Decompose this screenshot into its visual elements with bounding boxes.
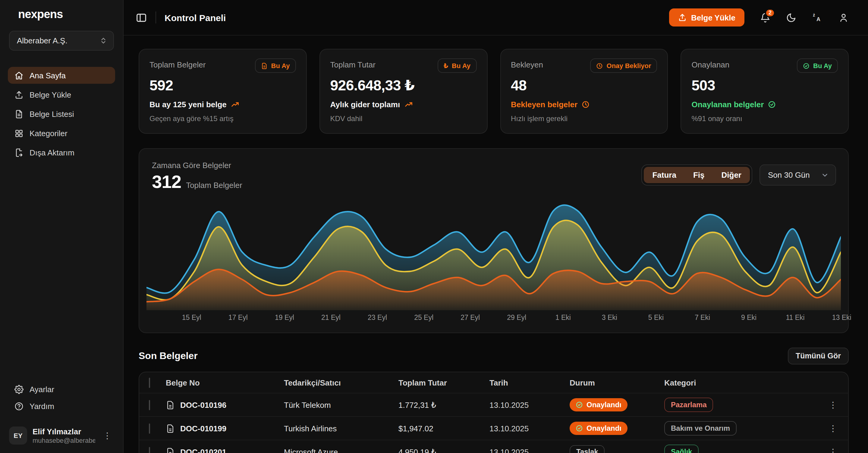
grid-icon — [14, 129, 24, 138]
stat-value: 926.648,33 ₺ — [330, 77, 477, 94]
column-header-status: Durum — [569, 378, 664, 387]
filter-tab-fatura[interactable]: Fatura — [644, 167, 684, 183]
row-checkbox[interactable] — [149, 423, 150, 433]
vendor-name: Türk Telekom — [284, 400, 398, 409]
user-account-icon[interactable] — [838, 12, 849, 23]
table-row[interactable]: DOC-010196 Türk Telekom 1.772,31 ₺ 13.10… — [139, 393, 848, 416]
file-text-icon — [14, 109, 24, 118]
sidebar-item-kategoriler[interactable]: Kategoriler — [8, 125, 115, 141]
chevron-down-icon — [821, 171, 829, 179]
row-menu-kebab-icon[interactable]: ⋮ — [827, 398, 840, 411]
doc-number: DOC-010201 — [180, 447, 226, 453]
sidebar-toggle-icon[interactable] — [135, 12, 147, 23]
date: 13.10.2025 — [490, 400, 569, 409]
x-axis-label: 25 Eyl — [414, 314, 433, 321]
clock-icon — [582, 101, 590, 108]
status-badge-approved: Onaylandı — [569, 422, 627, 435]
check-circle-icon — [803, 62, 809, 69]
file-icon — [166, 400, 175, 409]
section-title: Son Belgeler — [138, 351, 198, 361]
chart-total-label: Toplam Belgeler — [186, 181, 242, 190]
date-range-value: Son 30 Gün — [768, 170, 810, 180]
stat-line2: Hızlı işlem gerekli — [511, 115, 567, 123]
sidebar-item-label: Yardım — [30, 401, 54, 411]
chevron-up-down-icon — [99, 37, 107, 44]
language-icon[interactable]: żA — [812, 12, 823, 23]
row-menu-kebab-icon[interactable]: ⋮ — [827, 422, 840, 434]
status-badge-approved: Onaylandı — [569, 398, 627, 412]
table-row[interactable]: DOC-010199 Turkish Airlines $1,947.02 13… — [139, 416, 848, 440]
filter-tab-fis[interactable]: Fiş — [685, 167, 713, 183]
upload-button-label: Belge Yükle — [691, 13, 735, 22]
trend-up-icon — [231, 100, 239, 109]
stat-value: 503 — [692, 77, 838, 94]
x-axis-label: 27 Eyl — [461, 314, 480, 321]
stat-badge: Bu Ay — [255, 58, 296, 73]
svg-text:ż: ż — [813, 12, 815, 18]
file-icon — [261, 62, 268, 69]
stat-card-toplam-belgeler: Toplam Belgeler Bu Ay 592 Bu ay 125 yeni… — [138, 49, 307, 134]
category-badge: Bakım ve Onarım — [664, 421, 737, 435]
stat-line1: Onaylanan belgeler — [692, 100, 776, 109]
stat-value: 592 — [150, 77, 296, 94]
sidebar-item-label: Ayarlar — [30, 385, 54, 394]
x-axis-label: 21 Eyl — [321, 314, 341, 321]
date-range-select[interactable]: Son 30 Gün — [760, 164, 836, 186]
category-badge: Sağlık — [664, 445, 699, 453]
topbar-divider — [156, 11, 156, 24]
brand-logo: nexpens — [0, 0, 123, 21]
stat-badge: ₺ Bu Ay — [438, 58, 476, 73]
stat-line1: Aylık gider toplamı — [330, 100, 413, 109]
filter-tab-diger[interactable]: Diğer — [713, 167, 750, 183]
chart-controls: Fatura Fiş Diğer Son 30 Gün — [641, 164, 836, 186]
page-title: Kontrol Paneli — [164, 12, 226, 23]
stat-label: Toplam Tutar — [330, 58, 375, 69]
vendor-name: Microsoft Azure — [284, 447, 398, 453]
stat-value: 48 — [511, 77, 657, 94]
notifications-bell-icon[interactable]: 2 — [760, 12, 770, 23]
upload-icon — [14, 90, 24, 99]
stat-label: Onaylanan — [692, 58, 730, 69]
date: 13.10.2025 — [490, 424, 569, 433]
sidebar-item-yardim[interactable]: Yardım — [8, 397, 115, 415]
sidebar-item-label: Belge Listesi — [30, 109, 74, 118]
sidebar: nexpens Alberaber A.Ş. Ana Sayfa Belge Y… — [0, 0, 124, 453]
stat-label: Bekleyen — [511, 58, 543, 69]
document-type-filter: Fatura Fiş Diğer — [641, 164, 752, 186]
chart-title: Zamana Göre Belgeler — [152, 161, 231, 170]
topbar: Kontrol Paneli Belge Yükle 2 żA — [124, 0, 868, 36]
documents-area-chart — [147, 202, 841, 310]
table-header-row: Belge No Tedarikçi/Satıcı Toplam Tutar T… — [139, 372, 848, 393]
file-icon — [166, 424, 175, 433]
doc-number: DOC-010196 — [180, 400, 226, 409]
help-circle-icon — [14, 401, 24, 411]
vendor-name: Turkish Airlines — [284, 424, 398, 433]
table-row[interactable]: DOC-010201 Microsoft Azure 4.950,19 ₺ 13… — [139, 440, 848, 453]
row-checkbox[interactable] — [149, 400, 150, 410]
user-profile[interactable]: EY Elif Yılmazlar muhasebe@alberaber.c..… — [8, 424, 115, 447]
x-axis-label: 1 Eki — [555, 314, 571, 321]
sidebar-item-belge-yukle[interactable]: Belge Yükle — [8, 86, 115, 103]
sidebar-item-label: Kategoriler — [30, 129, 67, 138]
date: 13.10.2025 — [490, 447, 569, 453]
sidebar-item-disa-aktarim[interactable]: Dışa Aktarım — [8, 144, 115, 161]
x-axis-label: 5 Eki — [648, 314, 664, 321]
row-checkbox[interactable] — [149, 447, 150, 453]
sidebar-item-label: Dışa Aktarım — [30, 148, 74, 157]
x-axis-label: 17 Eyl — [228, 314, 248, 321]
company-selector[interactable]: Alberaber A.Ş. — [9, 31, 114, 51]
upload-document-button[interactable]: Belge Yükle — [669, 8, 744, 27]
row-menu-kebab-icon[interactable]: ⋮ — [827, 446, 840, 453]
view-all-button[interactable]: Tümünü Gör — [788, 348, 849, 364]
dark-mode-moon-icon[interactable] — [786, 12, 796, 23]
select-all-checkbox[interactable] — [149, 378, 150, 388]
clock-icon — [596, 62, 603, 69]
sidebar-item-ayarlar[interactable]: Ayarlar — [8, 381, 115, 397]
user-menu-kebab-icon[interactable]: ⋮ — [101, 430, 114, 441]
notification-count-badge: 2 — [765, 8, 775, 17]
sidebar-item-ana-sayfa[interactable]: Ana Sayfa — [8, 67, 115, 84]
svg-text:A: A — [816, 16, 820, 22]
sidebar-item-label: Ana Sayfa — [30, 71, 66, 80]
stat-line1: Bu ay 125 yeni belge — [150, 100, 239, 109]
sidebar-item-belge-listesi[interactable]: Belge Listesi — [8, 105, 115, 122]
